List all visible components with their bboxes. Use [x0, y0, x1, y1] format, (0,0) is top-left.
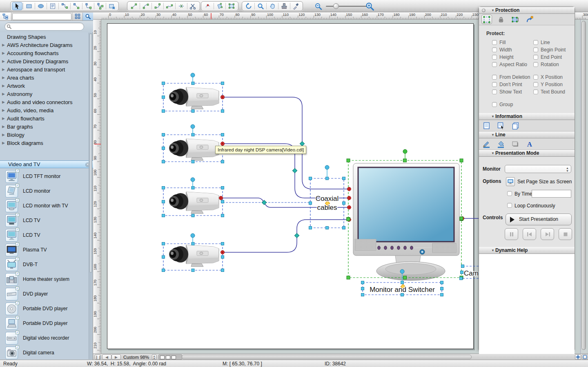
- monitor-switcher-label[interactable]: Monitor and Switcher: [370, 286, 435, 294]
- shape-checkbox[interactable]: ✓: [16, 257, 19, 261]
- selection-handle[interactable]: [162, 133, 165, 136]
- disclosure-triangle-icon[interactable]: ▶: [2, 125, 7, 129]
- smart-connector-tool[interactable]: [83, 2, 94, 10]
- zoom-tool[interactable]: [255, 2, 266, 10]
- sidebar-item-artwork[interactable]: ▶Artwork: [0, 82, 89, 90]
- search-input[interactable]: [4, 22, 84, 31]
- protect-checkbox-fill[interactable]: [492, 40, 497, 45]
- protect-checkbox-end-point[interactable]: [533, 55, 538, 60]
- digital-camera-icon[interactable]: ✓: [5, 347, 18, 359]
- protection-panel-header[interactable]: ▼ Protection: [479, 7, 575, 14]
- rectangle-tool[interactable]: [24, 2, 34, 10]
- sidebar-item-accounting-flowcharts[interactable]: ▶Accounting flowcharts: [0, 49, 89, 57]
- skip-back-button[interactable]: [523, 228, 536, 240]
- selection-handle[interactable]: [221, 269, 224, 272]
- protect-checkbox-width[interactable]: [492, 47, 497, 52]
- selection-handle[interactable]: [441, 287, 443, 290]
- sidebar-item-area-charts[interactable]: ▶Area charts: [0, 73, 89, 82]
- sidebar-item-active-directory-diagrams[interactable]: ▶Active Directory Diagrams: [0, 57, 89, 65]
- pan-mode-icon[interactable]: [575, 354, 581, 360]
- text-tool[interactable]: [47, 2, 58, 10]
- selection-handle[interactable]: [192, 110, 194, 113]
- edit-shape-tool[interactable]: [214, 2, 225, 10]
- search-icon[interactable]: [82, 13, 93, 20]
- line-panel-header[interactable]: ▼ Line: [479, 131, 575, 138]
- ellipse-tool[interactable]: [36, 2, 46, 10]
- shape-item-lcd-monitor-with-tv[interactable]: ✓LCD monitor with TV: [0, 198, 89, 213]
- selection-handle[interactable]: [441, 294, 443, 296]
- shape-checkbox[interactable]: ✓: [16, 345, 19, 349]
- lcd-tv-stand-icon[interactable]: ✓: [5, 229, 18, 242]
- lcd-tft-monitor-icon[interactable]: ✓: [5, 170, 18, 183]
- selection-handle[interactable]: [343, 227, 345, 229]
- library-name-field[interactable]: [12, 13, 71, 20]
- lcd-monitor-icon[interactable]: ✓: [5, 185, 18, 198]
- selection-handle[interactable]: [361, 281, 364, 284]
- monitor-switcher-shape[interactable]: [353, 163, 459, 280]
- grid-view-icon[interactable]: [72, 13, 82, 20]
- sidebar-item-aws-architecture-diagrams[interactable]: ▶AWS Architecture Diagrams: [0, 41, 89, 49]
- set-page-size-button[interactable]: [506, 177, 515, 186]
- selection-handle[interactable]: [401, 294, 404, 296]
- selection-handle[interactable]: [221, 200, 224, 203]
- shape-checkbox[interactable]: ✓: [16, 242, 19, 246]
- disclosure-triangle-icon[interactable]: ▶: [2, 43, 7, 47]
- arc-tool[interactable]: [140, 2, 151, 10]
- glue-handle[interactable]: [460, 217, 463, 220]
- by-time-checkbox[interactable]: [507, 191, 512, 196]
- zoom-stepper[interactable]: ▲▼: [152, 354, 156, 360]
- lcd-monitor-with-tv-icon[interactable]: ✓: [5, 200, 18, 212]
- pan-tool[interactable]: [267, 2, 278, 10]
- library-panel-header[interactable]: Video and TV ✕: [0, 160, 93, 168]
- rotation-handle[interactable]: [325, 165, 329, 169]
- connector-midpoint-handle[interactable]: [294, 233, 299, 238]
- selection-handle[interactable]: [326, 227, 329, 229]
- home-theater-icon[interactable]: ✓: [5, 273, 18, 286]
- eyedropper-tool[interactable]: [291, 2, 301, 10]
- protect-checkbox-line[interactable]: [533, 40, 538, 45]
- sidebar-item-astronomy[interactable]: ▶Astronomy: [0, 90, 89, 98]
- disclosure-triangle-icon[interactable]: ▶: [2, 116, 7, 120]
- camera-label-partial[interactable]: Cam: [464, 269, 479, 277]
- selection-handle[interactable]: [192, 160, 194, 163]
- selection-handle[interactable]: [343, 202, 345, 205]
- connector-midpoint-handle[interactable]: [262, 200, 266, 205]
- shape-item-plasma-tv[interactable]: ✓Plasma TV: [0, 242, 89, 257]
- page-tab[interactable]: [172, 356, 176, 359]
- coaxial-cables-label[interactable]: Coaxial: [316, 195, 339, 202]
- selection-handle[interactable]: [162, 160, 165, 163]
- sidebar-item-drawing-shapes[interactable]: Drawing Shapes: [0, 33, 89, 41]
- portable-dvd-laptop-icon[interactable]: ✓: [5, 317, 18, 330]
- presentation-panel-header[interactable]: ▼ Presentation Mode: [479, 150, 575, 157]
- selection-handle[interactable]: [461, 265, 464, 268]
- previous-page-button[interactable]: ◀: [102, 354, 111, 360]
- selection-handle[interactable]: [361, 294, 364, 296]
- selection-handle[interactable]: [162, 269, 165, 272]
- shape-item-portable-dvd-player[interactable]: ✓Portable DVD player: [0, 301, 89, 316]
- line-tool[interactable]: [129, 2, 139, 10]
- lock-icon[interactable]: [496, 15, 506, 24]
- selection-handle[interactable]: [221, 242, 224, 245]
- selection-handle[interactable]: [162, 242, 165, 245]
- rotation-handle[interactable]: [191, 178, 195, 182]
- shape-checkbox[interactable]: ✓: [16, 184, 19, 187]
- protect-checkbox-aspect-ratio[interactable]: [492, 62, 497, 67]
- fit-page-icon[interactable]: [582, 354, 588, 360]
- shape-checkbox[interactable]: ✓: [16, 213, 19, 217]
- protect-checkbox-from-deletion[interactable]: [492, 75, 497, 80]
- disclosure-triangle-icon[interactable]: ▶: [2, 133, 7, 137]
- protect-checkbox-show-text[interactable]: [492, 89, 497, 94]
- selection-handle[interactable]: [460, 159, 463, 162]
- selection-handle[interactable]: [441, 281, 443, 284]
- disclosure-triangle-icon[interactable]: ▶: [2, 141, 7, 145]
- protect-action-icon[interactable]: [524, 15, 535, 24]
- disclosure-triangle-icon[interactable]: ▶: [2, 92, 7, 96]
- sidebar-scrollbar[interactable]: [89, 33, 92, 359]
- shape-item-dvb-t[interactable]: ✓DVB-T: [0, 257, 89, 272]
- protect-selection-icon[interactable]: [481, 15, 492, 24]
- selection-handle[interactable]: [192, 269, 194, 272]
- rotate-tool[interactable]: [243, 2, 254, 10]
- shape-item-lcd-monitor[interactable]: ✓LCD monitor: [0, 184, 89, 198]
- selection-handle[interactable]: [162, 82, 165, 85]
- zoom-slider-knob[interactable]: [333, 3, 339, 9]
